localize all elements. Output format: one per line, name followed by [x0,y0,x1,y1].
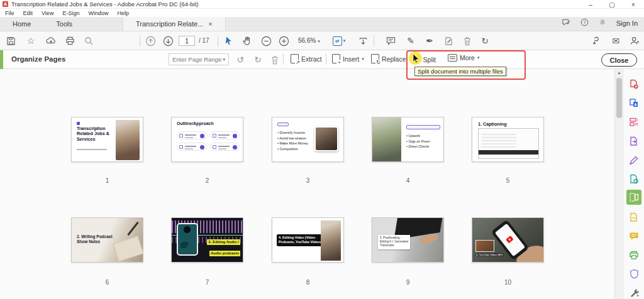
hand-tool-icon[interactable] [240,34,254,48]
sign-pen-icon[interactable]: ✒ [423,34,436,48]
select-tool-icon[interactable] [221,34,235,48]
search-icon[interactable] [82,34,96,48]
scrolling-mode-icon[interactable] [356,34,370,48]
slide-bullets: Upwork Gigs on Fiverr Direct Clients [406,133,430,150]
email-icon[interactable]: ✉ [609,34,623,48]
pages-canvas: Transcription Related Jobs & Services 1 … [0,69,614,299]
sign-in-button[interactable]: Sign In [616,19,638,27]
star-favorite-icon[interactable]: ☆ [24,34,38,48]
page-thumbnail-2[interactable]: Outline/Approach [171,117,243,162]
stamp-rotate-pages-icon[interactable] [441,34,455,48]
organize-pages-toolbar: Organize Pages Enter Page Range ▾ ↺ ↻ ↗ … [0,50,644,69]
page-thumbnail-5[interactable]: 1. Captioning [472,117,544,162]
slide-screenshot [478,128,539,159]
next-page-icon[interactable] [161,34,175,48]
close-organize-button[interactable]: Close [601,53,637,67]
close-window-button[interactable]: × [623,0,644,9]
sidebar-item-more-tools[interactable] [626,285,641,299]
page-display-icon[interactable]: ⇄▾ [332,34,346,48]
rotate-left-icon[interactable]: ↺ [234,53,247,66]
sidebar-item-scan-and-ocr[interactable] [626,247,641,263]
page-thumbnail-3[interactable]: Diversify Income Avoid low season Make M… [272,117,344,162]
sidebar-item-compress-pdf[interactable] [626,210,641,225]
inset-photo [475,240,494,252]
page-thumbnail-4[interactable]: Upwork Gigs on Fiverr Direct Clients [372,117,444,162]
rotate-right-icon[interactable]: ↻ [252,53,264,66]
page-thumbnail-6[interactable]: 2. Writing Podcast Show Notes [71,217,143,263]
notepad-photo [113,236,143,262]
menu-esign[interactable]: E-Sign [62,10,79,16]
insert-icon: + [332,54,340,63]
redo-rotate-icon[interactable]: ↻ [478,34,492,48]
split-tooltip: Split document into multiple files [414,67,506,76]
sidebar-item-organize-pages[interactable] [626,190,641,205]
page-range-placeholder: Enter Page Range [172,56,221,63]
menu-file[interactable]: File [5,10,14,16]
maximize-button[interactable]: ▢ [601,0,623,9]
page-thumbnail-10[interactable]: 6. YouTube Video SEO [472,217,544,263]
feedback-icon[interactable] [562,19,570,28]
page-thumbnail-8[interactable]: 4. Editing Video (Video Podcasts, YouTub… [272,217,344,263]
insert-button[interactable]: + Insert ▾ [332,54,364,63]
share-link-icon[interactable] [589,34,602,48]
zoom-level-dropdown[interactable]: 56.6% ▾ [298,37,320,44]
sidebar-item-export-pdf[interactable] [626,134,641,149]
slide-title: 1. Captioning [478,121,507,127]
page-number-label: 10 [472,279,544,286]
previous-page-icon[interactable] [143,34,157,48]
menu-window[interactable]: Window [88,10,108,16]
replace-button[interactable]: ↻ Replace [371,54,406,63]
account-avatar-icon[interactable] [628,34,641,48]
tab-document[interactable]: Transcription Relate... × [123,17,226,31]
more-button[interactable]: More ▾ [448,54,479,62]
zoom-in-icon[interactable] [277,34,291,48]
sidebar-item-create-pdf[interactable] [626,77,641,92]
replace-label: Replace [382,55,406,63]
page-number-label: 1 [71,177,143,184]
page-number-label: 7 [171,279,243,286]
replace-icon: ↻ [371,54,379,63]
page-number-label: 8 [272,279,344,286]
tab-tools[interactable]: Tools [43,17,85,31]
delete-page-icon[interactable] [269,53,281,66]
slide-photo [116,120,140,160]
scroll-up-icon[interactable]: ▲ [617,70,621,75]
vertical-scrollbar[interactable]: ▲ [614,69,623,299]
page-range-dropdown[interactable]: Enter Page Range ▾ [169,53,229,65]
tab-home[interactable]: Home [0,17,43,31]
page-number-label: 9 [372,279,444,286]
sidebar-item-protect-pdf[interactable] [626,266,641,281]
menu-edit[interactable]: Edit [23,10,33,16]
comment-icon[interactable] [384,34,397,48]
notifications-bell-icon[interactable] [599,18,606,28]
print-icon[interactable] [63,34,77,48]
extract-label: Extract [301,55,322,63]
minimize-button[interactable]: – [580,0,601,9]
save-icon[interactable] [4,34,18,48]
zoom-out-icon[interactable] [259,34,273,48]
menu-view[interactable]: View [42,10,53,16]
menu-help[interactable]: Help [117,10,129,16]
delete-pages-icon[interactable] [460,34,474,48]
page-number-label: 2 [171,177,243,184]
highlight-pencil-icon[interactable]: ✎ [404,34,418,48]
slide-caption: 6. YouTube Video SEO [475,253,504,256]
close-tab-icon[interactable]: × [208,20,212,28]
page-thumbnail-9[interactable]: 5. Proofreading - Editing A.I. Generated… [372,217,444,263]
sidebar-item-edit-pdf[interactable] [626,114,641,129]
sidebar-item-fill-and-sign[interactable] [626,153,641,168]
page-thumbnail-7[interactable]: 3. Editing Audio / Audio podcasts [171,217,243,263]
share-cloud-icon[interactable] [44,34,58,48]
scrollbar-thumb[interactable] [616,78,622,118]
page-number-label: 3 [272,177,344,184]
insert-label: Insert [343,55,359,63]
page-number-label: 4 [372,177,444,184]
sidebar-item-combine-files[interactable] [626,95,641,111]
split-label: Split [423,56,436,63]
page-thumbnail-1[interactable]: Transcription Related Jobs & Services [71,117,143,162]
sidebar-item-comment[interactable] [626,229,641,244]
help-icon[interactable]: ? [580,18,589,28]
page-number-input[interactable]: 1 [179,36,195,46]
sidebar-item-request-e-signatures[interactable] [626,171,641,187]
extract-button[interactable]: ↗ Extract [291,54,322,63]
